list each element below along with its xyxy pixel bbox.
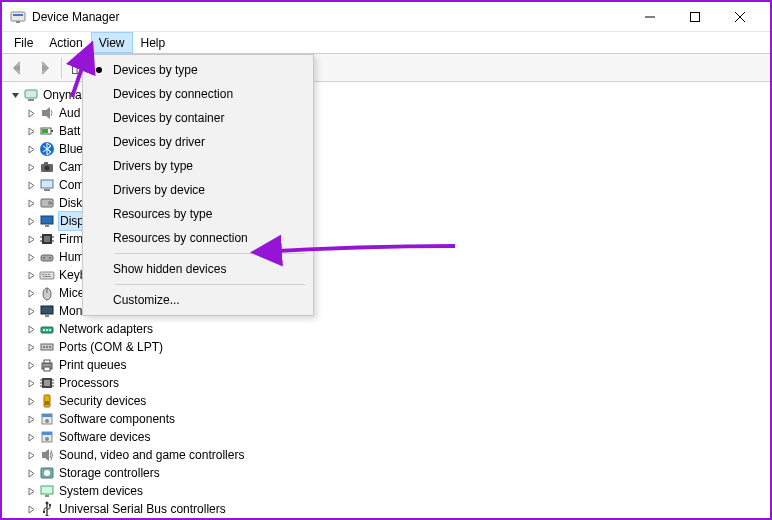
view-menu-item[interactable]: Drivers by device bbox=[85, 178, 311, 202]
menu-item-label: Show hidden devices bbox=[113, 262, 226, 276]
disk-icon bbox=[39, 195, 55, 211]
svg-rect-24 bbox=[41, 180, 53, 188]
chevron-right-icon[interactable] bbox=[24, 448, 38, 462]
svg-rect-4 bbox=[690, 12, 699, 21]
chevron-right-icon[interactable] bbox=[24, 232, 38, 246]
chevron-right-icon[interactable] bbox=[24, 376, 38, 390]
tree-node-label: Universal Serial Bus controllers bbox=[59, 500, 226, 516]
chevron-right-icon[interactable] bbox=[24, 430, 38, 444]
camera-icon bbox=[39, 159, 55, 175]
chevron-right-icon[interactable] bbox=[24, 124, 38, 138]
chevron-right-icon[interactable] bbox=[24, 322, 38, 336]
view-menu-item[interactable]: Devices by type bbox=[85, 58, 311, 82]
maximize-button[interactable] bbox=[672, 2, 717, 32]
forward-button[interactable] bbox=[32, 56, 56, 80]
tree-node-label: Ports (COM & LPT) bbox=[59, 338, 163, 356]
menu-help[interactable]: Help bbox=[133, 32, 174, 53]
svg-rect-23 bbox=[44, 162, 48, 164]
menu-customize[interactable]: Customize... bbox=[85, 288, 311, 312]
svg-point-77 bbox=[44, 470, 50, 476]
tree-node-label: Software components bbox=[59, 410, 175, 428]
chevron-right-icon[interactable] bbox=[24, 340, 38, 354]
chevron-right-icon[interactable] bbox=[24, 466, 38, 480]
chevron-right-icon[interactable] bbox=[24, 412, 38, 426]
tree-node[interactable]: System devices bbox=[8, 482, 768, 500]
svg-point-80 bbox=[46, 502, 49, 505]
chevron-right-icon[interactable] bbox=[24, 394, 38, 408]
tree-node[interactable]: Storage controllers bbox=[8, 464, 768, 482]
chevron-right-icon[interactable] bbox=[24, 196, 38, 210]
view-menu-item[interactable]: Resources by connection bbox=[85, 226, 311, 250]
svg-rect-60 bbox=[44, 380, 50, 386]
tree-node[interactable]: Universal Serial Bus controllers bbox=[8, 500, 768, 516]
menu-item-label: Devices by driver bbox=[113, 135, 205, 149]
tree-node[interactable]: Processors bbox=[8, 374, 768, 392]
svg-rect-18 bbox=[51, 130, 53, 132]
chevron-right-icon[interactable] bbox=[24, 214, 38, 228]
tree-node-label: Blue bbox=[59, 140, 83, 158]
menu-item-label: Devices by container bbox=[113, 111, 224, 125]
tree-node[interactable]: Sound, video and game controllers bbox=[8, 446, 768, 464]
view-menu-item[interactable]: Drivers by type bbox=[85, 154, 311, 178]
menu-item-label: Drivers by device bbox=[113, 183, 205, 197]
svg-point-22 bbox=[45, 166, 50, 171]
chevron-right-icon[interactable] bbox=[24, 286, 38, 300]
display-icon bbox=[39, 213, 55, 229]
port-icon bbox=[39, 339, 55, 355]
svg-point-37 bbox=[43, 257, 45, 259]
menu-action[interactable]: Action bbox=[41, 32, 90, 53]
minimize-button[interactable] bbox=[627, 2, 672, 32]
chevron-right-icon[interactable] bbox=[24, 358, 38, 372]
view-menu-item[interactable]: Devices by driver bbox=[85, 130, 311, 154]
chevron-right-icon[interactable] bbox=[24, 304, 38, 318]
svg-point-83 bbox=[96, 67, 102, 73]
cpu-icon bbox=[39, 375, 55, 391]
tree-root-label: Onyma bbox=[43, 86, 82, 104]
tree-node-label: Sound, video and game controllers bbox=[59, 446, 244, 464]
tree-node[interactable]: Software devices bbox=[8, 428, 768, 446]
computer-icon bbox=[23, 87, 39, 103]
svg-rect-14 bbox=[25, 90, 37, 98]
chevron-down-icon[interactable] bbox=[8, 88, 22, 102]
tree-node[interactable]: Security devices bbox=[8, 392, 768, 410]
menu-show-hidden[interactable]: Show hidden devices bbox=[85, 257, 311, 281]
view-menu-item[interactable]: Devices by connection bbox=[85, 82, 311, 106]
tree-node[interactable]: Ports (COM & LPT) bbox=[8, 338, 768, 356]
tree-node[interactable]: Software components bbox=[8, 410, 768, 428]
chevron-right-icon[interactable] bbox=[24, 250, 38, 264]
svg-rect-46 bbox=[41, 306, 53, 314]
chevron-right-icon[interactable] bbox=[24, 178, 38, 192]
sound-icon bbox=[39, 447, 55, 463]
tree-node-label: Com bbox=[59, 176, 84, 194]
bluetooth-icon bbox=[39, 141, 55, 157]
close-button[interactable] bbox=[717, 2, 762, 32]
chevron-right-icon[interactable] bbox=[24, 142, 38, 156]
usb-icon bbox=[39, 501, 55, 516]
toolbar-separator bbox=[61, 58, 62, 78]
monitor-icon bbox=[39, 303, 55, 319]
menu-file[interactable]: File bbox=[6, 32, 41, 53]
svg-rect-58 bbox=[44, 367, 50, 371]
chevron-right-icon[interactable] bbox=[24, 502, 38, 516]
chevron-right-icon[interactable] bbox=[24, 484, 38, 498]
view-menu-item[interactable]: Resources by type bbox=[85, 202, 311, 226]
svg-rect-1 bbox=[13, 14, 23, 16]
menu-item-label: Devices by connection bbox=[113, 87, 233, 101]
chevron-right-icon[interactable] bbox=[24, 268, 38, 282]
tree-node[interactable]: Print queues bbox=[8, 356, 768, 374]
svg-rect-31 bbox=[44, 236, 50, 242]
menu-view[interactable]: View bbox=[91, 32, 133, 53]
menu-item-label: Customize... bbox=[113, 293, 180, 307]
chevron-right-icon[interactable] bbox=[24, 160, 38, 174]
view-menu-item[interactable]: Devices by container bbox=[85, 106, 311, 130]
tree-node-label: Hum bbox=[59, 248, 84, 266]
svg-rect-75 bbox=[42, 452, 45, 458]
tree-node-label: Network adapters bbox=[59, 320, 153, 338]
tree-node[interactable]: Network adapters bbox=[8, 320, 768, 338]
svg-rect-0 bbox=[11, 12, 25, 21]
back-button[interactable] bbox=[6, 56, 30, 80]
tree-node-label: Aud bbox=[59, 104, 80, 122]
computer-icon bbox=[39, 177, 55, 193]
chevron-right-icon[interactable] bbox=[24, 106, 38, 120]
tree-node-label: Cam bbox=[59, 158, 84, 176]
